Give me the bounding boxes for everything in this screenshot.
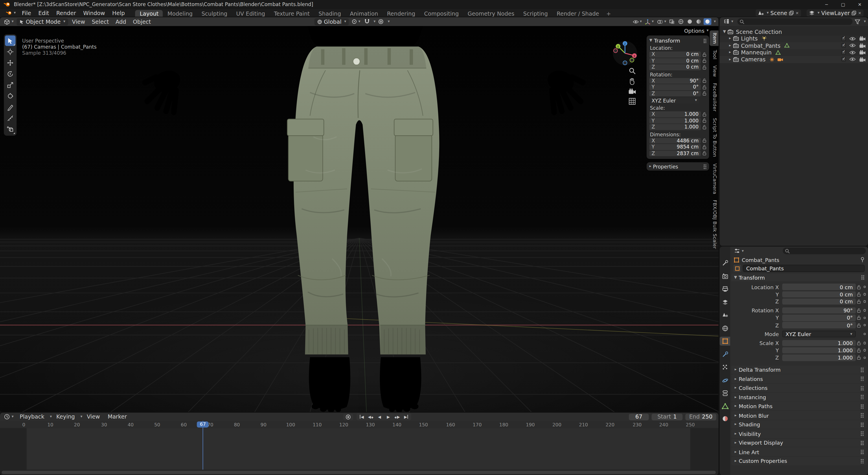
hide-eye-icon[interactable] <box>849 43 856 48</box>
animate-dot-icon[interactable] <box>863 333 866 335</box>
end-frame-field[interactable]: End250 <box>685 413 716 420</box>
play-button[interactable]: ▶ <box>384 413 393 420</box>
menu-edit[interactable]: Edit <box>35 9 52 17</box>
dimensions-z-field[interactable]: Z2837 cm <box>649 150 701 156</box>
camera-view-icon[interactable] <box>628 88 636 95</box>
exclude-checkbox[interactable] <box>841 50 846 55</box>
lock-icon[interactable] <box>703 85 706 89</box>
scale-y-field[interactable]: Y1.000 <box>649 118 701 124</box>
properties-tab-scene[interactable] <box>720 310 730 320</box>
animate-dot-icon[interactable] <box>863 342 866 345</box>
rotation-y-field[interactable]: Y0° <box>649 84 701 90</box>
blender-app-menu[interactable]: ▾ <box>3 10 18 16</box>
sidebar-tab-script-to-button[interactable]: Script To Button <box>710 116 719 159</box>
overlays-dropdown[interactable]: ▾ <box>656 19 667 25</box>
menu-marker[interactable]: Marker <box>104 413 130 420</box>
workspace-tab-rendering[interactable]: Rendering <box>382 9 420 17</box>
animate-dot-icon[interactable] <box>863 317 866 319</box>
maximize-button[interactable]: ▢ <box>835 0 851 9</box>
hide-eye-icon[interactable] <box>849 50 856 55</box>
measure-tool[interactable] <box>5 113 16 123</box>
exclude-checkbox[interactable] <box>841 57 846 62</box>
panel-motion-paths[interactable]: ▸Motion Paths <box>731 402 867 411</box>
location-x-field[interactable]: 0 cm <box>782 284 856 290</box>
scale-x-field[interactable]: 1.000 <box>782 340 856 346</box>
panel-custom-properties[interactable]: ▸Custom Properties <box>731 457 867 466</box>
properties-tab-constraints[interactable] <box>720 389 730 398</box>
lock-icon[interactable] <box>703 138 706 143</box>
start-frame-field[interactable]: Start1 <box>652 413 683 420</box>
panel-line-art[interactable]: ▸Line Art <box>731 448 867 456</box>
filter-icon[interactable] <box>855 19 861 24</box>
titlebar[interactable]: Blender* [Z:\3dScanStore\NPC_Generator\S… <box>0 0 868 9</box>
render-visibility-camera-icon[interactable] <box>859 50 866 55</box>
object-types-visibility-dropdown[interactable]: ▾ <box>631 19 643 25</box>
orthographic-grid-icon[interactable] <box>628 97 636 106</box>
play-reverse-button[interactable]: ◀ <box>375 413 384 420</box>
properties-tab-world[interactable] <box>720 324 730 333</box>
panel-collections[interactable]: ▸Collections <box>731 384 867 392</box>
new-viewlayer-icon[interactable] <box>851 10 857 16</box>
minimize-button[interactable]: ─ <box>818 0 835 9</box>
hide-eye-icon[interactable] <box>849 57 856 62</box>
add-cube-tool[interactable] <box>5 124 16 135</box>
properties-tab-output[interactable] <box>720 285 730 294</box>
object-name-field[interactable]: Combat_Pants <box>743 265 865 272</box>
outliner-item-mannequin[interactable]: ▸ Mannequin <box>720 49 868 56</box>
properties-tab-tool[interactable] <box>720 259 730 267</box>
mode-dropdown[interactable]: Object Mode ▾ <box>16 18 68 25</box>
outliner-item-scene-collection[interactable]: ▼ Scene Collection <box>720 28 868 35</box>
proportional-settings-dropdown[interactable]: ▾ <box>388 20 390 24</box>
panel-visibility[interactable]: ▸Visibility <box>731 429 867 438</box>
properties-tab-data[interactable] <box>720 402 730 410</box>
playhead[interactable]: 67 <box>203 421 204 470</box>
viewport-render[interactable] <box>0 26 718 412</box>
lock-icon[interactable] <box>703 52 706 57</box>
menu-help[interactable]: Help <box>109 9 128 17</box>
rotation-x-field[interactable]: X90° <box>649 78 701 84</box>
menu-view[interactable]: View <box>69 18 88 25</box>
exclude-checkbox[interactable] <box>841 43 846 48</box>
scale-y-field[interactable]: 1.000 <box>782 347 856 353</box>
scale-tool[interactable] <box>5 80 16 90</box>
filter-dropdown[interactable]: ▾ <box>864 20 866 24</box>
workspace-tab-sculpting[interactable]: Sculpting <box>197 9 232 17</box>
sidebar-tab-tool[interactable]: Tool <box>710 48 719 62</box>
rotation-z-field[interactable]: Z0° <box>649 91 701 96</box>
properties-tab-modifiers[interactable] <box>720 350 730 359</box>
menu-file[interactable]: File <box>19 9 34 17</box>
panel-shading[interactable]: ▸Shading <box>731 420 867 429</box>
location-z-field[interactable]: 0 cm <box>782 298 856 305</box>
rotation-z-field[interactable]: 0° <box>782 322 856 328</box>
sidebar-tab-item[interactable]: Item <box>710 30 719 46</box>
transform-tool[interactable] <box>5 91 16 101</box>
transform-panel-header[interactable]: ▼ Transform <box>731 273 867 281</box>
location-z-field[interactable]: Z0 cm <box>649 64 701 70</box>
workspace-tab-layout[interactable]: Layout <box>135 9 163 17</box>
scale-z-field[interactable]: Z1.000 <box>649 124 701 130</box>
render-visibility-camera-icon[interactable] <box>859 36 866 41</box>
select-box-tool[interactable] <box>5 35 16 46</box>
scale-x-field[interactable]: X1.000 <box>649 112 701 117</box>
annotate-tool[interactable] <box>5 102 16 112</box>
snap-settings-dropdown[interactable]: ▾ <box>374 20 376 24</box>
lock-icon[interactable] <box>857 355 861 360</box>
animate-dot-icon[interactable] <box>863 349 866 352</box>
menu-render[interactable]: Render <box>53 9 79 17</box>
exclude-checkbox[interactable] <box>841 36 846 41</box>
lock-icon[interactable] <box>857 340 861 345</box>
zoom-icon[interactable] <box>628 67 636 75</box>
lock-icon[interactable] <box>703 151 706 156</box>
workspace-tab-geometry-nodes[interactable]: Geometry Nodes <box>463 9 519 17</box>
properties-tab-physics[interactable] <box>720 376 730 385</box>
outliner-editor-type-button[interactable]: ▾ <box>722 19 735 24</box>
lock-icon[interactable] <box>703 124 706 129</box>
lock-icon[interactable] <box>703 112 706 117</box>
workspace-tab-render-shade[interactable]: Render / Shade <box>552 9 603 17</box>
timeline-editor-type-button[interactable]: ▾ <box>2 414 16 420</box>
viewport-canvas[interactable]: User Perspective (67) Cameras | Combat_P… <box>0 26 718 412</box>
shading-rendered-button[interactable] <box>704 18 712 25</box>
lock-icon[interactable] <box>703 91 706 96</box>
orientation-dropdown[interactable]: Global ▾ <box>314 18 349 25</box>
lock-icon[interactable] <box>857 308 861 313</box>
